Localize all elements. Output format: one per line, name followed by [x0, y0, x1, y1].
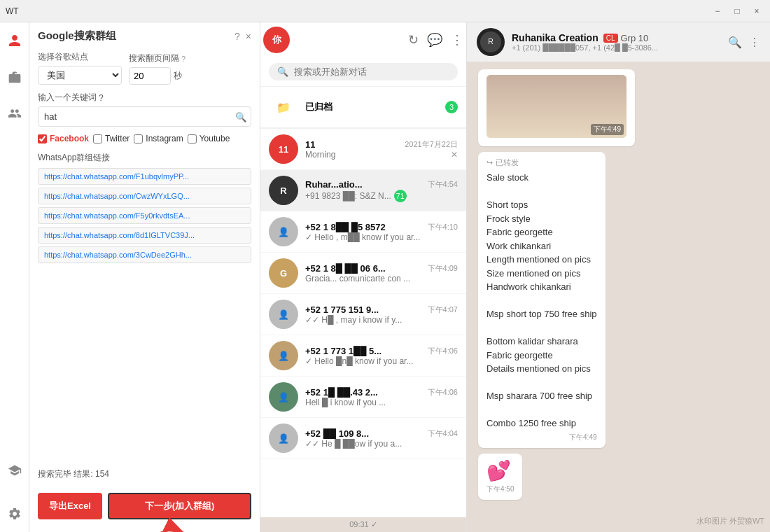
chat-item-name: +52 1 8█ ██ 06 6... — [305, 263, 386, 274]
keyword-label: 输入一个关键词 ? — [38, 92, 251, 104]
chat-avatar: 👤 — [269, 300, 298, 329]
link-item[interactable]: https://chat.whatsapp.com/F5y0rkvdtsEA..… — [38, 207, 251, 224]
chat-item-name: +52 ██ 109 8... — [305, 428, 369, 439]
chat-list-item[interactable]: 👤 +52 1 773 1██ 5... 下午4:06 ✓ Hello █n█ … — [260, 335, 466, 377]
chat-window-avatar: R — [477, 28, 505, 56]
chat-list-item[interactable]: 👤 +52 1 775 151 9... 下午4:07 ✓✓ H█ , may … — [260, 294, 466, 335]
sidebar-icon-people[interactable] — [4, 102, 26, 125]
chat-item-top: +52 1 8██ █5 8572 下午4:10 — [305, 222, 458, 232]
archive-icon: 📁 — [276, 101, 290, 114]
chat-item-content: +52 1 775 151 9... 下午4:07 ✓✓ H█ , may i … — [305, 304, 458, 325]
link-item[interactable]: https://chat.whatsapp.com/CwzWYxLGQ... — [38, 188, 251, 204]
chat-list-header: 🔍 — [260, 57, 466, 87]
chat-list-item[interactable]: R Ruhar...atio... 下午4:54 +91 9823 ██: S&… — [260, 170, 466, 211]
avatar-text: 11 — [279, 144, 288, 155]
chat-list-item[interactable]: 👤 +52 1 8██ █5 8572 下午4:10 ✓ Hello , m██… — [260, 211, 466, 253]
sidebar-icons — [0, 22, 29, 532]
archived-badge: 3 — [445, 101, 458, 113]
chat-avatar: 11 — [269, 134, 298, 164]
main-container: Google搜索群组 ? × 选择谷歌站点 美国 搜索翻页间隔 ? — [0, 22, 770, 532]
chat-avatar: G — [269, 258, 298, 288]
sidebar-icon-settings[interactable] — [4, 503, 26, 525]
avatar-text: 👤 — [278, 351, 289, 361]
chat-list-item[interactable]: 👤 +52 1█ ██.43 2... 下午4:06 Hell █ i know… — [260, 377, 466, 418]
sync-icon[interactable]: ↻ — [408, 32, 419, 48]
chat-list-header-icons: 你 ↻ 💬 ⋮ — [260, 22, 466, 57]
image-time: 下午4:49 — [591, 124, 624, 135]
cl-badge: CL — [603, 34, 618, 43]
archived-avatar: 📁 — [269, 92, 298, 122]
chat-window-phone: +1 (201) ██████057, +1 (42█ █5-3086... — [512, 43, 721, 52]
msg-forwarded-bubble: ↪ 已转发 Sale stock Short tops Frock style … — [478, 152, 606, 448]
chat-item-time: 下午4:07 — [428, 304, 458, 315]
country-select[interactable]: 美国 — [38, 66, 122, 85]
chat-list-item[interactable]: G +52 1 8█ ██ 06 6... 下午4:09 Gracia... c… — [260, 253, 466, 294]
window-controls: − □ × — [710, 5, 764, 18]
chat-search-bar: 🔍 — [269, 63, 458, 80]
chat-item-top: Ruhar...atio... 下午4:54 — [305, 179, 458, 190]
avatar-text: 👤 — [278, 309, 289, 320]
chat-item-content: +52 1 773 1██ 5... 下午4:06 ✓ Hello █n█ kn… — [305, 346, 458, 366]
search-result: 搜索完毕 结果: 154 — [38, 468, 251, 480]
chat-list-item[interactable]: 👤 +52 ██ 109 8... 下午4:04 ✓✓ He █ ██ow if… — [260, 418, 466, 459]
chat-window-actions: 🔍 ⋮ — [728, 36, 760, 49]
chat-item-time: 下午4:54 — [428, 179, 458, 190]
menu-dots-icon[interactable]: ⋮ — [451, 32, 463, 48]
chat-item-content: +52 ██ 109 8... 下午4:04 ✓✓ He █ ██ow if y… — [305, 428, 458, 449]
minimize-button[interactable]: − — [710, 5, 725, 18]
search-icon: 🔍 — [277, 66, 288, 77]
maximize-button[interactable]: □ — [729, 5, 745, 18]
export-button[interactable]: 导出Excel — [38, 493, 102, 519]
avatar-text: 👤 — [278, 392, 289, 402]
chat-item-content: +52 1 8██ █5 8572 下午4:10 ✓ Hello , m██ k… — [305, 222, 458, 242]
interval-input[interactable] — [129, 67, 171, 85]
chat-item-msg: ✓✓ H█ , may i know if y... — [305, 315, 458, 325]
country-group: 选择谷歌站点 美国 — [38, 51, 122, 85]
user-avatar: 你 — [263, 27, 290, 53]
link-item[interactable]: https://chat.whatsapp.com/8d1IGLTVC39J..… — [38, 227, 251, 244]
panel-close-button[interactable]: × — [246, 31, 251, 42]
keyword-input[interactable] — [38, 106, 251, 127]
chat-items: 📁 已归档 3 11 11 2021年7月22日 — [260, 87, 466, 517]
grp-label: Grp 10 — [621, 33, 649, 43]
chat-search-icon[interactable]: 🔍 — [728, 36, 742, 49]
chat-item-msg: +91 9823 ██: S&Z N... 71 — [305, 190, 458, 202]
chat-item-content: +52 1█ ██.43 2... 下午4:06 Hell █ i know i… — [305, 387, 458, 407]
msg-image-bubble: 下午4:49 — [478, 69, 635, 146]
chat-item-time: 下午4:06 — [428, 387, 458, 398]
chat-list-panel: 你 ↻ 💬 ⋮ 🔍 📁 已归档 3 — [260, 22, 467, 532]
link-item[interactable]: https://chat.whatsapp.com/3CwDee2GHh... — [38, 246, 251, 263]
platform-youtube[interactable]: Youtube — [188, 134, 230, 144]
chat-search-input[interactable] — [294, 66, 449, 77]
action-buttons: 导出Excel 下一步(加入群组) — [38, 487, 251, 525]
keyword-search-button[interactable]: 🔍 — [235, 111, 247, 122]
archived-chat-item[interactable]: 📁 已归档 3 — [260, 87, 466, 129]
platform-instagram[interactable]: Instagram — [134, 134, 183, 144]
chat-item-content: 11 2021年7月22日 Morning ✕ — [305, 139, 458, 160]
archived-top: 已归档 3 — [305, 101, 458, 113]
msg-bubble-time: 下午4:49 — [486, 433, 597, 442]
platform-twitter[interactable]: Twitter — [93, 134, 130, 144]
hearts-time: 下午4:50 — [486, 484, 514, 494]
chat-list-item[interactable]: 11 11 2021年7月22日 Morning ✕ — [260, 129, 466, 170]
panel-header: Google搜索群组 ? × — [38, 29, 251, 43]
platform-facebook[interactable]: Facebook — [38, 134, 89, 144]
sidebar-icon-user[interactable] — [4, 29, 26, 52]
chat-icon[interactable]: 💬 — [427, 32, 442, 48]
sidebar-icon-graduation[interactable] — [4, 459, 26, 482]
chat-item-msg: Hell █ i know if you ... — [305, 398, 458, 407]
chat-item-top: +52 1█ ██.43 2... 下午4:06 — [305, 387, 458, 398]
sidebar-icon-briefcase[interactable] — [4, 66, 26, 88]
close-button[interactable]: × — [749, 5, 764, 18]
archived-label: 已归档 — [305, 101, 332, 113]
avatar-text: G — [280, 268, 287, 279]
links-list: https://chat.whatsapp.com/F1ubqvlmyPP...… — [38, 168, 251, 463]
chat-window-title: Ruhanika Creation — [512, 32, 598, 43]
keyword-help-icon: ? — [99, 93, 104, 103]
avatar-text: R — [280, 186, 286, 196]
next-button[interactable]: 下一步(加入群组) — [108, 493, 251, 519]
chat-avatar: R — [269, 176, 298, 205]
chat-menu-icon[interactable]: ⋮ — [749, 36, 760, 49]
panel-help-button[interactable]: ? — [234, 31, 240, 42]
link-item[interactable]: https://chat.whatsapp.com/F1ubqvlmyPP... — [38, 168, 251, 185]
